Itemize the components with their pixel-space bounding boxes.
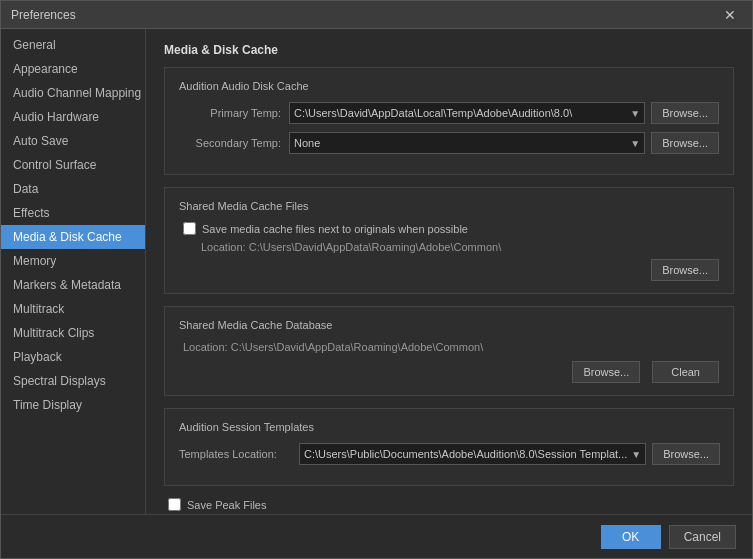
sidebar-item-multitrack[interactable]: Multitrack xyxy=(1,297,145,321)
save-peak-files-row: Save Peak Files xyxy=(164,498,734,511)
save-peak-files-checkbox[interactable] xyxy=(168,498,181,511)
sidebar-item-audio-hardware[interactable]: Audio Hardware xyxy=(1,105,145,129)
sidebar-item-time-display[interactable]: Time Display xyxy=(1,393,145,417)
sidebar-item-multitrack-clips[interactable]: Multitrack Clips xyxy=(1,321,145,345)
sidebar-item-general[interactable]: General xyxy=(1,33,145,57)
ok-button[interactable]: OK xyxy=(601,525,661,549)
sidebar-item-effects[interactable]: Effects xyxy=(1,201,145,225)
shared-media-cache-files-block: Shared Media Cache Files Save media cach… xyxy=(164,187,734,294)
shared-media-cache-database-actions: Browse... Clean xyxy=(179,361,719,383)
dialog-title: Preferences xyxy=(11,8,76,22)
secondary-temp-input[interactable]: None ▼ xyxy=(289,132,645,154)
templates-browse-button[interactable]: Browse... xyxy=(652,443,720,465)
templates-location-dropdown-icon[interactable]: ▼ xyxy=(627,449,641,460)
primary-temp-input[interactable]: C:\Users\David\AppData\Local\Temp\Adobe\… xyxy=(289,102,645,124)
preferences-dialog: Preferences ✕ General Appearance Audio C… xyxy=(0,0,753,559)
sidebar-item-playback[interactable]: Playback xyxy=(1,345,145,369)
sidebar-item-markers-metadata[interactable]: Markers & Metadata xyxy=(1,273,145,297)
sidebar-item-audio-channel-mapping[interactable]: Audio Channel Mapping xyxy=(1,81,145,105)
primary-temp-value: C:\Users\David\AppData\Local\Temp\Adobe\… xyxy=(294,107,572,119)
sidebar-item-control-surface[interactable]: Control Surface xyxy=(1,153,145,177)
shared-media-cache-database-location: Location: C:\Users\David\AppData\Roaming… xyxy=(179,341,719,353)
title-bar: Preferences ✕ xyxy=(1,1,752,29)
secondary-temp-label: Secondary Temp: xyxy=(179,137,289,149)
sidebar-item-data[interactable]: Data xyxy=(1,177,145,201)
save-media-cache-checkbox[interactable] xyxy=(183,222,196,235)
sidebar: General Appearance Audio Channel Mapping… xyxy=(1,29,146,514)
primary-temp-label: Primary Temp: xyxy=(179,107,289,119)
audition-session-templates-title: Audition Session Templates xyxy=(179,421,719,433)
section-title: Media & Disk Cache xyxy=(164,43,734,57)
templates-location-value: C:\Users\Public\Documents\Adobe\Audition… xyxy=(304,448,627,460)
shared-media-cache-browse-button[interactable]: Browse... xyxy=(651,259,719,281)
shared-media-cache-files-title: Shared Media Cache Files xyxy=(179,200,719,212)
secondary-temp-dropdown-icon[interactable]: ▼ xyxy=(626,138,640,149)
audition-session-templates-block: Audition Session Templates Templates Loc… xyxy=(164,408,734,486)
sidebar-item-media-disk-cache[interactable]: Media & Disk Cache xyxy=(1,225,145,249)
footer: OK Cancel xyxy=(1,514,752,558)
shared-media-cache-database-title: Shared Media Cache Database xyxy=(179,319,719,331)
secondary-temp-value: None xyxy=(294,137,320,149)
save-media-cache-label: Save media cache files next to originals… xyxy=(202,223,468,235)
primary-temp-row: Primary Temp: C:\Users\David\AppData\Loc… xyxy=(179,102,719,124)
shared-media-cache-location: Location: C:\Users\David\AppData\Roaming… xyxy=(179,241,719,253)
sidebar-item-memory[interactable]: Memory xyxy=(1,249,145,273)
dialog-content: General Appearance Audio Channel Mapping… xyxy=(1,29,752,514)
primary-temp-browse-button[interactable]: Browse... xyxy=(651,102,719,124)
secondary-temp-browse-button[interactable]: Browse... xyxy=(651,132,719,154)
shared-media-cache-database-browse-button[interactable]: Browse... xyxy=(572,361,640,383)
templates-location-label: Templates Location: xyxy=(179,448,299,460)
audition-audio-disk-cache-block: Audition Audio Disk Cache Primary Temp: … xyxy=(164,67,734,175)
cancel-button[interactable]: Cancel xyxy=(669,525,736,549)
secondary-temp-row: Secondary Temp: None ▼ Browse... xyxy=(179,132,719,154)
save-peak-files-label: Save Peak Files xyxy=(187,499,266,511)
close-button[interactable]: ✕ xyxy=(718,6,742,24)
shared-media-cache-database-block: Shared Media Cache Database Location: C:… xyxy=(164,306,734,396)
audition-audio-disk-cache-title: Audition Audio Disk Cache xyxy=(179,80,719,92)
primary-temp-dropdown-icon[interactable]: ▼ xyxy=(626,108,640,119)
save-media-cache-row: Save media cache files next to originals… xyxy=(179,222,719,235)
templates-location-row: Templates Location: C:\Users\Public\Docu… xyxy=(179,443,719,465)
main-content: Media & Disk Cache Audition Audio Disk C… xyxy=(146,29,752,514)
clean-button[interactable]: Clean xyxy=(652,361,719,383)
templates-location-input[interactable]: C:\Users\Public\Documents\Adobe\Audition… xyxy=(299,443,646,465)
sidebar-item-appearance[interactable]: Appearance xyxy=(1,57,145,81)
sidebar-item-spectral-displays[interactable]: Spectral Displays xyxy=(1,369,145,393)
sidebar-item-auto-save[interactable]: Auto Save xyxy=(1,129,145,153)
shared-media-cache-browse-row: Browse... xyxy=(179,259,719,281)
